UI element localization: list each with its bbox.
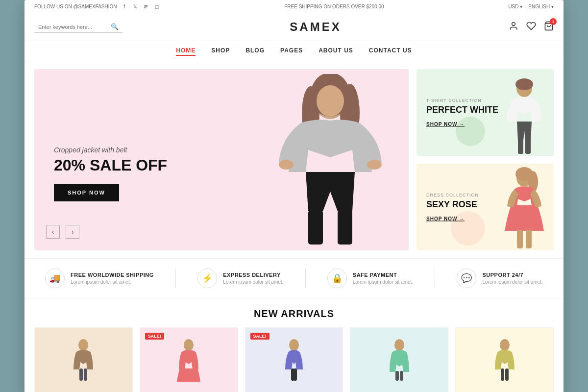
sale-badge-3: SALE! bbox=[250, 333, 270, 340]
feature-shipping-desc: Lorem ipsum dolor sit amet. bbox=[71, 279, 154, 285]
feature-payment-text: SAFE PAYMENT Lorem ipsum dolor sit amet. bbox=[353, 272, 413, 285]
svg-rect-28 bbox=[395, 371, 399, 381]
side-banner-1-text: T-SHIRT COLLECTION PERFECT WHITE SHOP NO… bbox=[426, 98, 498, 127]
currency-selector[interactable]: USD ▾ bbox=[508, 4, 522, 9]
hero-next-button[interactable]: › bbox=[66, 225, 79, 239]
product-card-3[interactable]: SALE! bbox=[245, 327, 343, 392]
svg-point-27 bbox=[394, 339, 404, 351]
side-banner-2-collection: DRESS COLLECTION bbox=[426, 192, 479, 197]
follow-text: FOLLOW US ON @SAMEXFASHION bbox=[34, 4, 117, 9]
feature-divider-3 bbox=[435, 269, 435, 288]
new-arrivals-title: NEW ARRIVALS bbox=[34, 308, 554, 319]
side-banners: T-SHIRT COLLECTION PERFECT WHITE SHOP NO… bbox=[416, 69, 554, 250]
svg-rect-19 bbox=[526, 230, 532, 248]
language-selector[interactable]: ENGLISH ▾ bbox=[528, 4, 554, 9]
feature-divider-2 bbox=[305, 269, 306, 288]
side-banner-1-shop-link[interactable]: SHOP NOW → bbox=[426, 121, 465, 126]
shipping-icon: 🚚 bbox=[45, 269, 65, 288]
product-card-5[interactable] bbox=[455, 327, 554, 392]
main-nav: HOME SHOP BLOG PAGES ABOUT US CONTACT US bbox=[24, 41, 564, 61]
delivery-icon: ⚡ bbox=[197, 269, 217, 288]
feature-payment-title: SAFE PAYMENT bbox=[353, 272, 413, 278]
product-image-1 bbox=[35, 328, 132, 392]
product-image-4 bbox=[350, 328, 448, 392]
svg-rect-26 bbox=[294, 368, 297, 381]
nav-item-pages[interactable]: PAGES bbox=[280, 46, 303, 56]
top-bar-social: FOLLOW US ON @SAMEXFASHION f 𝕏 𝗣 ◻ bbox=[34, 3, 160, 10]
svg-rect-10 bbox=[338, 210, 352, 245]
product-card-2[interactable]: SALE! bbox=[140, 327, 238, 392]
nav-item-shop[interactable]: SHOP bbox=[211, 46, 230, 56]
feature-payment: 🔒 SAFE PAYMENT Lorem ipsum dolor sit ame… bbox=[327, 269, 413, 288]
twitter-icon[interactable]: 𝕏 bbox=[132, 3, 139, 10]
facebook-icon[interactable]: f bbox=[121, 3, 128, 10]
search-input[interactable] bbox=[38, 24, 111, 30]
product-card-1[interactable] bbox=[34, 327, 133, 392]
side-banner-1-model bbox=[500, 77, 549, 156]
hero-prev-button[interactable]: ‹ bbox=[46, 225, 60, 239]
side-banner-2-shop-link[interactable]: SHOP NOW → bbox=[426, 216, 465, 221]
header-icons: 1 bbox=[509, 21, 554, 33]
feature-shipping-text: FREE WORLDWIDE SHIPPING Lorem ipsum dolo… bbox=[71, 272, 154, 285]
feature-delivery-text: EXPRESS DELIVERY Lorem ipsum dolor sit a… bbox=[223, 272, 283, 285]
svg-point-0 bbox=[512, 22, 515, 25]
feature-divider-1 bbox=[175, 269, 176, 288]
payment-icon: 🔒 bbox=[327, 269, 347, 288]
nav-item-home[interactable]: HOME bbox=[176, 46, 196, 56]
hero-arrows: ‹ › bbox=[46, 225, 79, 239]
search-box[interactable]: 🔍 bbox=[34, 21, 122, 33]
svg-rect-9 bbox=[308, 210, 323, 245]
svg-rect-29 bbox=[400, 371, 403, 381]
svg-rect-14 bbox=[525, 140, 531, 154]
feature-support: 💬 SUPPORT 24/7 Lorem ipsum dolor sit ame… bbox=[457, 269, 542, 288]
feature-shipping: 🚚 FREE WORLDWIDE SHIPPING Lorem ipsum do… bbox=[45, 269, 154, 288]
svg-rect-22 bbox=[84, 368, 87, 381]
side-banner-1-title: PERFECT WHITE bbox=[426, 104, 498, 115]
feature-support-title: SUPPORT 24/7 bbox=[482, 272, 542, 278]
side-banner-1-collection: T-SHIRT COLLECTION bbox=[426, 98, 498, 102]
support-icon: 💬 bbox=[457, 269, 476, 288]
hero-shop-button[interactable]: SHOP NOW bbox=[54, 184, 119, 201]
instagram-icon[interactable]: ◻ bbox=[153, 3, 160, 10]
nav-item-contact[interactable]: CONTACT US bbox=[369, 46, 412, 56]
product-image-5 bbox=[456, 328, 553, 392]
pinterest-icon[interactable]: 𝗣 bbox=[143, 3, 149, 10]
search-icon[interactable]: 🔍 bbox=[111, 23, 119, 30]
svg-point-6 bbox=[317, 85, 344, 117]
cart-icon[interactable]: 1 bbox=[544, 21, 554, 33]
account-icon[interactable] bbox=[509, 21, 518, 33]
svg-point-20 bbox=[78, 339, 88, 351]
feature-delivery-desc: Lorem ipsum dolor sit amet. bbox=[223, 279, 283, 285]
svg-point-24 bbox=[289, 339, 299, 351]
nav-item-about[interactable]: ABOUT US bbox=[318, 46, 353, 56]
header: 🔍 SAMEX 1 bbox=[24, 13, 564, 41]
svg-point-12 bbox=[515, 78, 533, 90]
feature-support-text: SUPPORT 24/7 Lorem ipsum dolor sit amet. bbox=[482, 272, 542, 285]
feature-shipping-title: FREE WORLDWIDE SHIPPING bbox=[71, 272, 154, 278]
product-card-4[interactable] bbox=[350, 327, 448, 392]
hero-model-image bbox=[252, 78, 409, 251]
top-bar: FOLLOW US ON @SAMEXFASHION f 𝕏 𝗣 ◻ FREE … bbox=[24, 0, 564, 13]
feature-payment-desc: Lorem ipsum dolor sit amet. bbox=[353, 279, 413, 285]
svg-point-8 bbox=[367, 160, 382, 170]
new-arrivals-section: NEW ARRIVALS SALE! bbox=[24, 298, 564, 392]
products-grid: SALE! SALE! bbox=[34, 327, 554, 392]
sale-badge-2: SALE! bbox=[145, 333, 164, 340]
side-banner-1: T-SHIRT COLLECTION PERFECT WHITE SHOP NO… bbox=[416, 69, 554, 156]
feature-support-desc: Lorem ipsum dolor sit amet. bbox=[482, 279, 542, 285]
svg-point-23 bbox=[184, 339, 194, 351]
features-bar: 🚚 FREE WORLDWIDE SHIPPING Lorem ipsum do… bbox=[24, 258, 564, 298]
side-banner-2-model bbox=[497, 167, 551, 250]
hero-banner: Cropped jacket with belt 20% SALE OFF SH… bbox=[34, 69, 409, 250]
top-bar-right: USD ▾ ENGLISH ▾ bbox=[508, 4, 554, 9]
shipping-notice: FREE SHIPPING ON ODERS OVER $200.00 bbox=[284, 4, 384, 9]
svg-rect-32 bbox=[505, 368, 509, 381]
nav-item-blog[interactable]: BLOG bbox=[245, 46, 265, 56]
svg-rect-21 bbox=[79, 368, 83, 381]
wishlist-icon[interactable] bbox=[526, 21, 536, 33]
hero-text: Cropped jacket with belt 20% SALE OFF SH… bbox=[54, 146, 167, 201]
cart-badge: 1 bbox=[550, 18, 557, 25]
feature-delivery: ⚡ EXPRESS DELIVERY Lorem ipsum dolor sit… bbox=[197, 269, 283, 288]
feature-delivery-title: EXPRESS DELIVERY bbox=[223, 272, 283, 278]
site-logo[interactable]: SAMEX bbox=[290, 20, 341, 34]
